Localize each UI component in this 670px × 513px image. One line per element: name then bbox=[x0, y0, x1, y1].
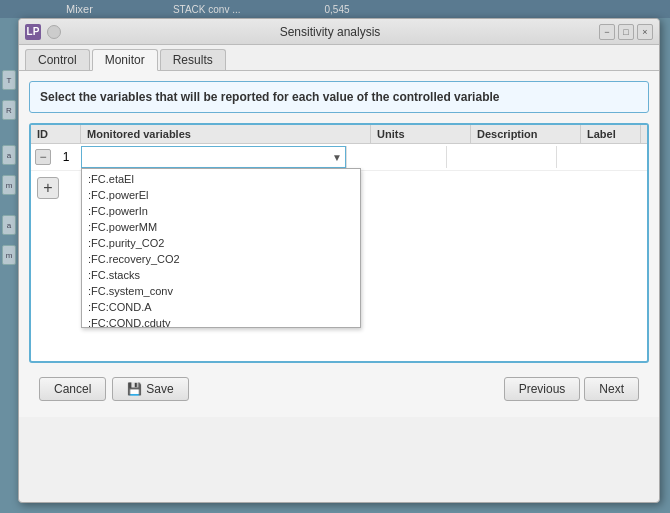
left-panel-indicator3: a bbox=[2, 145, 16, 165]
row-id: 1 bbox=[51, 150, 81, 164]
info-text: Select the variables that will be report… bbox=[40, 90, 499, 104]
monitored-var-dropdown[interactable]: ▼ :FC.etaEl:FC.powerEl:FC.powerIn:FC.pow… bbox=[81, 146, 346, 168]
tab-monitor[interactable]: Monitor bbox=[92, 49, 158, 71]
add-row-button[interactable]: + bbox=[37, 177, 59, 199]
maximize-button[interactable]: □ bbox=[618, 24, 634, 40]
dropdown-popup: :FC.etaEl:FC.powerEl:FC.powerIn:FC.power… bbox=[81, 168, 361, 328]
dialog-window: LP Sensitivity analysis − □ × Control Mo… bbox=[18, 18, 660, 503]
cancel-button[interactable]: Cancel bbox=[39, 377, 106, 401]
bg-stack-label: STACK conv ... bbox=[173, 4, 241, 15]
dropdown-item[interactable]: :FC:COND.A bbox=[82, 299, 360, 315]
monitored-var-select[interactable] bbox=[81, 146, 346, 168]
remove-row-button[interactable]: − bbox=[35, 149, 51, 165]
table-row: − 1 ▼ :FC.etaEl:FC.powerEl:FC.powerIn:FC… bbox=[31, 144, 647, 171]
left-panel-indicator5: a bbox=[2, 215, 16, 235]
dropdown-item[interactable]: :FC.purity_CO2 bbox=[82, 235, 360, 251]
title-bar: LP Sensitivity analysis − □ × bbox=[19, 19, 659, 45]
cell-label bbox=[556, 146, 616, 168]
info-box: Select the variables that will be report… bbox=[29, 81, 649, 113]
dialog-title: Sensitivity analysis bbox=[280, 25, 381, 39]
save-label: Save bbox=[146, 382, 173, 396]
tab-control[interactable]: Control bbox=[25, 49, 90, 70]
right-buttons: Previous Next bbox=[504, 377, 639, 401]
app-icon: LP bbox=[25, 24, 41, 40]
dropdown-item[interactable]: :FC.stacks bbox=[82, 267, 360, 283]
dropdown-item[interactable]: :FC.powerIn bbox=[82, 203, 360, 219]
tab-results[interactable]: Results bbox=[160, 49, 226, 70]
bg-mixer-label: Mixer bbox=[66, 3, 93, 15]
dropdown-item[interactable]: :FC:COND.cduty bbox=[82, 315, 360, 327]
save-button[interactable]: 💾 Save bbox=[112, 377, 188, 401]
close-circle-icon[interactable] bbox=[47, 25, 61, 39]
left-panel-indicator: T bbox=[2, 70, 16, 90]
col-monitored: Monitored variables bbox=[81, 125, 371, 143]
table-header: ID Monitored variables Units Description… bbox=[31, 125, 647, 144]
bg-value-label: 0,545 bbox=[325, 4, 350, 15]
col-description: Description bbox=[471, 125, 581, 143]
col-label: Label bbox=[581, 125, 641, 143]
dropdown-item[interactable]: :FC.system_conv bbox=[82, 283, 360, 299]
content-area: Select the variables that will be report… bbox=[19, 71, 659, 417]
dropdown-item[interactable]: :FC.etaEl bbox=[82, 171, 360, 187]
cell-units bbox=[346, 146, 446, 168]
previous-button[interactable]: Previous bbox=[504, 377, 581, 401]
dropdown-list: :FC.etaEl:FC.powerEl:FC.powerIn:FC.power… bbox=[82, 169, 360, 327]
left-panel-indicator2: R bbox=[2, 100, 16, 120]
left-panel-indicator4: m bbox=[2, 175, 16, 195]
dropdown-item[interactable]: :FC.recovery_CO2 bbox=[82, 251, 360, 267]
next-button[interactable]: Next bbox=[584, 377, 639, 401]
left-panel-indicator6: m bbox=[2, 245, 16, 265]
dropdown-item[interactable]: :FC.powerEl bbox=[82, 187, 360, 203]
dialog-close-button[interactable]: × bbox=[637, 24, 653, 40]
col-id: ID bbox=[31, 125, 81, 143]
minimize-button[interactable]: − bbox=[599, 24, 615, 40]
bottom-bar: Cancel 💾 Save Previous Next bbox=[29, 371, 649, 407]
left-buttons: Cancel 💾 Save bbox=[39, 377, 189, 401]
tab-bar: Control Monitor Results bbox=[19, 45, 659, 71]
col-units: Units bbox=[371, 125, 471, 143]
save-icon: 💾 bbox=[127, 382, 142, 396]
dropdown-item[interactable]: :FC.powerMM bbox=[82, 219, 360, 235]
table-container: ID Monitored variables Units Description… bbox=[29, 123, 649, 363]
cell-desc bbox=[446, 146, 556, 168]
